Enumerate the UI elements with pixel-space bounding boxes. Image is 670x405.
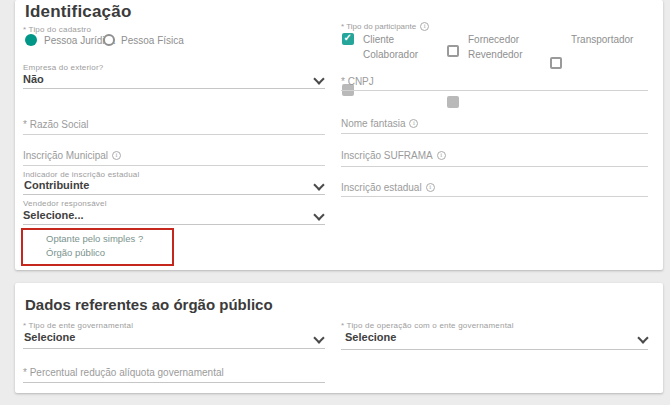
checkbox-transportador[interactable] — [550, 57, 562, 69]
percentual-reducao-field[interactable]: * Percentual redução alíquota governamen… — [23, 367, 224, 378]
section-title-dados-orgao: Dados referentes ao órgão público — [25, 296, 273, 313]
checkbox-cliente-label: Cliente — [363, 34, 394, 45]
field-underline — [23, 224, 325, 225]
field-underline — [341, 166, 648, 167]
inscricao-municipal-label: Inscrição Municipal — [23, 150, 108, 161]
section-title-identificacao: Identificação — [25, 2, 132, 22]
indicador-ie-select[interactable]: Contribuinte — [24, 179, 89, 191]
nome-fantasia-label: Nome fantasia — [341, 118, 405, 129]
razao-social-label: * Razão Social — [23, 119, 89, 130]
checkbox-fornecedor[interactable] — [447, 45, 459, 57]
chevron-down-icon[interactable] — [637, 332, 648, 343]
checkbox-revendedor-label: Revendedor — [468, 49, 522, 60]
percentual-reducao-label: * Percentual redução alíquota governamen… — [23, 367, 224, 378]
checkbox-colaborador-label: Colaborador — [363, 49, 418, 60]
radio-pessoa-fisica[interactable] — [103, 34, 115, 46]
tipo-operacao-label: * Tipo de operação com o ente governamen… — [341, 321, 514, 330]
info-icon — [112, 151, 121, 160]
annotation-highlight-box — [21, 228, 174, 266]
checkbox-revendedor — [447, 96, 459, 108]
checkbox-cliente[interactable] — [342, 33, 354, 45]
field-underline — [341, 349, 648, 350]
tipo-cadastro-label: * Tipo do cadastro — [23, 25, 91, 34]
cnpj-label: * CNPJ — [341, 76, 374, 87]
info-icon — [426, 183, 435, 192]
vendedor-select[interactable]: Selecione... — [23, 209, 84, 221]
empresa-exterior-select[interactable]: Não — [23, 73, 44, 85]
chevron-down-icon[interactable] — [313, 209, 324, 220]
identification-card: Identificação * Tipo do cadastro Pessoa … — [15, 0, 663, 270]
radio-pessoa-fisica-label: Pessoa Física — [121, 35, 184, 46]
tipo-operacao-select[interactable]: Selecione — [345, 331, 396, 343]
chevron-down-icon[interactable] — [313, 73, 324, 84]
field-underline — [23, 165, 325, 166]
vendedor-label: Vendedor responsável — [23, 199, 107, 208]
tipo-ente-label: * Tipo de ente governamental — [23, 321, 133, 330]
field-underline — [23, 194, 325, 195]
info-icon — [409, 119, 418, 128]
orgao-publico-card: Dados referentes ao órgão público * Tipo… — [15, 283, 663, 393]
cnpj-field[interactable]: * CNPJ — [341, 76, 374, 87]
inscricao-estadual-label: Inscrição estadual — [341, 182, 422, 193]
checkbox-transportador-label: Transportador — [571, 34, 633, 45]
info-icon — [437, 151, 446, 160]
info-icon — [420, 22, 429, 31]
field-underline — [341, 133, 648, 134]
razao-social-field[interactable]: * Razão Social — [23, 119, 89, 130]
inscricao-municipal-field[interactable]: Inscrição Municipal — [23, 150, 121, 161]
field-underline — [341, 90, 648, 91]
field-underline — [23, 348, 325, 349]
chevron-down-icon[interactable] — [313, 332, 324, 343]
field-underline — [23, 382, 325, 383]
nome-fantasia-field[interactable]: Nome fantasia — [341, 118, 418, 129]
radio-pessoa-juridica[interactable] — [25, 34, 37, 46]
form-screen: Identificação * Tipo do cadastro Pessoa … — [0, 0, 670, 405]
chevron-down-icon[interactable] — [313, 179, 324, 190]
empresa-exterior-label: Empresa do exterior? — [23, 63, 103, 72]
field-underline — [23, 88, 325, 89]
inscricao-suframa-label: Inscrição SUFRAMA — [341, 150, 433, 161]
field-underline — [341, 196, 648, 197]
checkbox-fornecedor-label: Fornecedor — [468, 34, 519, 45]
indicador-ie-label: Indicador de inscrição estadual — [23, 170, 140, 179]
field-underline — [23, 134, 325, 135]
tipo-ente-select[interactable]: Selecione — [24, 331, 75, 343]
inscricao-estadual-field[interactable]: Inscrição estadual — [341, 182, 435, 193]
tipo-participante-label: * Tipo do participante — [341, 22, 429, 31]
inscricao-suframa-field[interactable]: Inscrição SUFRAMA — [341, 150, 446, 161]
